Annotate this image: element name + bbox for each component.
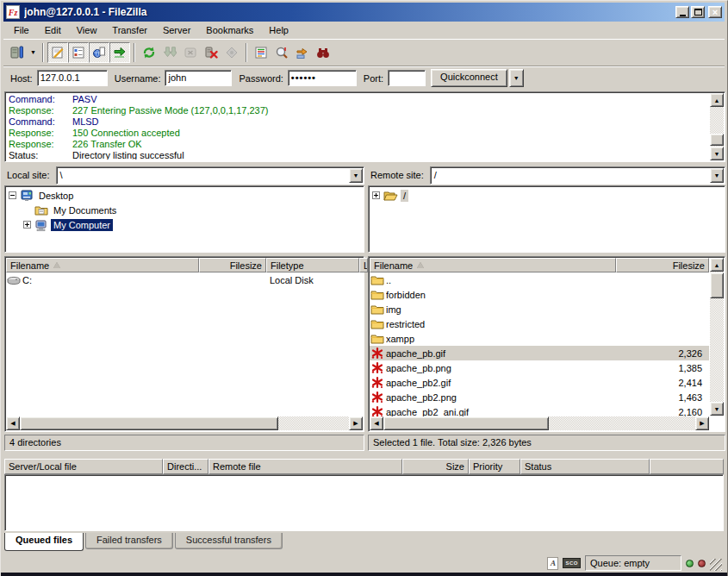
scroll-right-icon[interactable]: ▶ [349,416,363,430]
menu-server[interactable]: Server [155,23,198,37]
resize-grip[interactable] [710,559,722,571]
hscroll-track[interactable] [549,416,695,430]
remote-hscrollbar[interactable]: ◀ ▶ [370,416,709,430]
local-site-combobox[interactable]: \ ▼ [56,166,364,185]
menu-file[interactable]: File [6,23,37,37]
host-input[interactable]: 127.0.0.1 [37,70,108,86]
column-header-server-local-file[interactable]: Server/Local file [4,459,163,474]
directory-filters-button[interactable] [251,42,271,63]
file-size: 2,160 [649,407,709,417]
log-scrollbar[interactable]: ▲ ▼ [710,93,724,160]
local-list-body: C: Local Disk [6,272,363,287]
queue-body[interactable] [4,474,724,531]
column-header-filename[interactable]: Filename [6,258,199,272]
expand-icon[interactable] [372,191,380,199]
remote-site-combobox[interactable]: / ▼ [430,166,725,185]
scroll-left-icon[interactable]: ◀ [370,416,383,430]
remote-vscrollbar[interactable]: ▲ ▼ [710,258,724,416]
local-list-header: Filename Filesize Filetype L [6,258,363,272]
expand-icon[interactable] [23,221,31,229]
tree-item-root[interactable]: / [369,188,725,203]
column-header-filesize[interactable]: Filesize [616,258,709,272]
quickconnect-dropdown[interactable]: ▼ [509,69,524,87]
remote-folder-row[interactable]: img [370,302,709,316]
column-header-priority[interactable]: Priority [469,459,520,474]
menu-transfer[interactable]: Transfer [104,23,155,37]
scroll-up-icon[interactable]: ▲ [710,258,724,272]
menu-bookmarks[interactable]: Bookmarks [198,23,261,37]
sync-browsing-icon [296,46,309,59]
remote-file-row[interactable]: apache_pb.png 1,385 [370,360,709,375]
port-input[interactable] [388,70,426,86]
remote-folder-row[interactable]: .. [370,272,709,287]
local-hscrollbar[interactable]: ◀ ▶ [6,416,363,430]
drive-icon [7,274,21,286]
remote-folder-row[interactable]: xampp [370,331,709,346]
close-button[interactable]: × [708,6,722,18]
cancel-operation-button[interactable] [180,42,201,63]
tree-item-desktop[interactable]: Desktop [5,188,364,203]
tree-item-my-computer[interactable]: My Computer [20,217,364,232]
remote-folder-row[interactable]: forbidden [370,287,709,302]
message-log[interactable]: Command:PASV Response:227 Entering Passi… [4,91,725,162]
column-header-lastmodified[interactable]: L [359,258,368,272]
hscroll-track[interactable] [278,416,349,430]
directory-comparison-button[interactable] [271,42,292,63]
password-input[interactable]: •••••• [288,70,357,86]
toggle-transfer-queue-button[interactable] [109,42,130,63]
green-led-icon [686,560,694,567]
scroll-down-icon[interactable]: ▼ [710,147,724,160]
tab-queued-files[interactable]: Queued files [4,533,84,551]
site-manager-dropdown[interactable]: ▼ [28,42,39,63]
maximize-button[interactable] [691,6,705,18]
menu-edit[interactable]: Edit [37,23,69,37]
quickconnect-button[interactable]: Quickconnect [431,69,507,87]
tree-item-my-documents[interactable]: My Documents [20,203,364,217]
process-queue-button[interactable] [159,42,180,63]
column-header-remote-file[interactable]: Remote file [208,459,402,474]
image-file-icon [370,347,384,360]
column-header-status[interactable]: Status [520,459,650,474]
combo-dropdown-icon[interactable]: ▼ [349,168,363,183]
minimize-button[interactable] [675,6,689,18]
column-header-size[interactable]: Size [402,459,469,474]
scroll-left-icon[interactable]: ◀ [6,416,20,430]
site-manager-button[interactable] [7,42,28,63]
remote-file-row-selected[interactable]: apache_pb.gif 2,326 [370,346,709,360]
scroll-right-icon[interactable]: ▶ [695,416,709,430]
remote-tree[interactable]: / [368,185,725,253]
hscroll-thumb[interactable] [383,416,549,430]
reconnect-button[interactable] [221,42,242,63]
vscroll-thumb[interactable] [710,272,724,298]
column-header-direction[interactable]: Directi... [163,459,208,474]
column-header-filetype[interactable]: Filetype [266,258,359,272]
log-scroll-thumb[interactable] [710,134,724,146]
hscroll-thumb[interactable] [20,416,278,430]
title-bar[interactable]: Fz john@127.0.0.1 - FileZilla × [3,3,725,22]
toggle-message-log-button[interactable] [47,42,68,63]
collapse-icon[interactable] [9,191,16,199]
local-tree[interactable]: Desktop My Documents My Computer [4,185,364,253]
toggle-remote-tree-button[interactable] [89,42,109,63]
remote-file-row[interactable]: apache_pb2.png 1,463 [370,390,709,404]
remote-folder-row[interactable]: restricted [370,316,709,331]
username-input[interactable]: john [165,70,232,86]
disconnect-button[interactable] [201,42,221,63]
password-value: •••••• [291,72,316,83]
menu-view[interactable]: View [69,23,105,37]
remote-file-row[interactable]: apache_pb2.gif 2,414 [370,375,709,390]
synchronized-browsing-button[interactable] [292,42,313,63]
tab-failed-transfers[interactable]: Failed transfers [85,533,173,549]
tab-successful-transfers[interactable]: Successful transfers [175,533,283,549]
combo-dropdown-icon[interactable]: ▼ [710,168,724,183]
find-files-button[interactable] [313,42,333,63]
scroll-down-icon[interactable]: ▼ [710,402,724,416]
toggle-local-tree-button[interactable] [68,42,89,63]
menu-help[interactable]: Help [261,23,296,37]
column-header-filename[interactable]: Filename [370,258,616,272]
status-bar: A SCO Queue: empty [3,554,725,573]
refresh-button[interactable] [139,42,159,63]
scroll-up-icon[interactable]: ▲ [710,93,724,107]
local-file-row[interactable]: C: Local Disk [6,272,363,287]
column-header-filesize[interactable]: Filesize [199,258,266,272]
